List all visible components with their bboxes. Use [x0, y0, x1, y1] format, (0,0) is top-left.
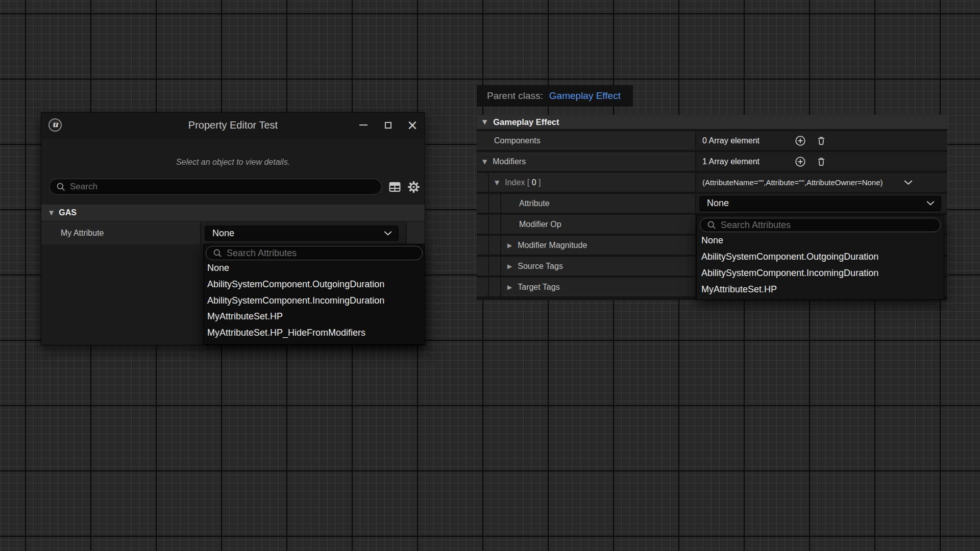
dropdown-item[interactable]: AbilitySystemComponent.OutgoingDuration [204, 277, 425, 293]
expander-down-icon: ▼ [482, 119, 487, 125]
attribute-search-field[interactable] [700, 218, 941, 232]
maximize-button[interactable] [376, 113, 400, 137]
expander-right-icon[interactable]: ▶ [507, 242, 512, 248]
attribute-picker-dropdown-right: None AbilitySystemComponent.OutgoingDura… [696, 215, 944, 300]
attribute-search-input[interactable] [720, 219, 935, 231]
add-element-button[interactable] [795, 156, 806, 167]
index-label-cell: ▼ Index [ 0 ] [489, 173, 695, 192]
my-attribute-combobox[interactable]: None [205, 226, 399, 241]
close-icon: × [407, 118, 418, 132]
row-modifiers: ▼ Modifiers 1 Array element [477, 152, 947, 171]
dropdown-item[interactable]: MyAttributeSet.HP [697, 281, 944, 297]
parent-class-link[interactable]: Gameplay Effect [549, 90, 621, 102]
chevron-down-icon [926, 201, 935, 206]
search-icon [707, 220, 717, 230]
plus-circle-icon [795, 135, 806, 146]
clear-array-button[interactable] [816, 157, 826, 167]
row-attribute: Attribute None [477, 194, 947, 213]
dropdown-item[interactable]: AbilitySystemComponent.IncomingDuration [697, 265, 944, 281]
display-filter-button[interactable] [389, 180, 401, 193]
gear-icon [408, 181, 420, 193]
category-header-gameplay-effect[interactable]: ▼ Gameplay Effect [477, 115, 947, 129]
details-search-field[interactable] [49, 179, 382, 195]
property-row-my-attribute: My Attribute None [41, 222, 425, 244]
search-icon [56, 182, 66, 192]
dropdown-item[interactable]: None [697, 232, 944, 248]
target-tags-label-cell: ▶ Target Tags [501, 278, 695, 296]
dropdown-item[interactable]: AbilitySystemComponent.IncomingDuration [204, 292, 425, 309]
details-empty-hint: Select an object to view details. [41, 158, 425, 167]
expander-right-icon[interactable]: ▶ [507, 263, 512, 269]
dropdown-item[interactable]: MyAttributeSet.HP [204, 309, 425, 325]
attribute-picker-dropdown: None AbilitySystemComponent.OutgoingDura… [203, 244, 425, 345]
trash-icon [816, 157, 826, 167]
clear-array-button[interactable] [816, 136, 826, 146]
index-struct-combobox[interactable] [904, 180, 913, 185]
row-components: Components 0 Array element [477, 131, 947, 150]
expander-down-icon[interactable]: ▼ [482, 159, 487, 165]
parent-class-label: Parent class: [487, 90, 543, 102]
attribute-label-cell: Attribute [501, 194, 695, 213]
chevron-down-icon [904, 180, 913, 185]
minimize-button[interactable] [351, 113, 376, 137]
close-button[interactable]: × [400, 113, 425, 137]
blueprint-graph-canvas[interactable]: { "colors": { "link_blue": "#5596ec", "g… [0, 0, 980, 551]
modifier-magnitude-label-cell: ▶ Modifier Magnitude [501, 236, 695, 255]
plus-circle-icon [795, 156, 806, 167]
dropdown-item[interactable]: AbilitySystemComponent.OutgoingDuration [697, 248, 944, 265]
modifier-op-label-cell: Modifier Op [501, 215, 695, 234]
property-label: My Attribute [41, 222, 200, 244]
add-element-button[interactable] [795, 135, 806, 146]
settings-button[interactable] [408, 180, 420, 193]
window-titlebar[interactable]: u Property Editor Test × [41, 113, 425, 138]
modifiers-label-cell: ▼ Modifiers [477, 152, 695, 171]
category-header-gas[interactable]: ▼ GAS [41, 205, 425, 221]
attribute-combobox[interactable]: None [699, 196, 941, 211]
components-label-cell: Components [477, 131, 695, 150]
search-icon [213, 248, 223, 258]
parent-class-bar: Parent class: Gameplay Effect [477, 85, 633, 107]
maximize-icon [385, 122, 391, 129]
expander-down-icon[interactable]: ▼ [495, 180, 499, 186]
trash-icon [816, 136, 826, 146]
source-tags-label-cell: ▶ Source Tags [501, 257, 695, 276]
dropdown-item[interactable]: None [204, 260, 425, 277]
attribute-search-input[interactable] [226, 247, 417, 259]
minimize-icon [359, 124, 368, 126]
reset-column [407, 222, 425, 244]
expander-down-icon: ▼ [49, 210, 54, 216]
search-input[interactable] [69, 181, 376, 192]
chevron-down-icon [384, 231, 392, 236]
dropdown-item[interactable]: MyAttributeSet.HP_HideFromModifiers [204, 325, 425, 341]
attribute-search-field[interactable] [206, 246, 423, 260]
row-index-0: ▼ Index [ 0 ] (AttributeName="",Attribut… [477, 173, 947, 192]
table-view-icon [389, 182, 401, 192]
expander-right-icon[interactable]: ▶ [507, 284, 512, 290]
